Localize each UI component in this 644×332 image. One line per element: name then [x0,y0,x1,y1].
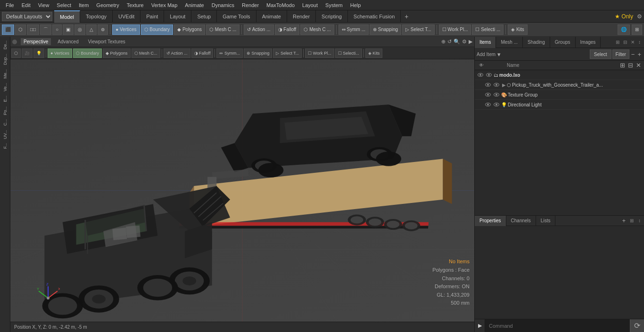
panel-resize-vert[interactable]: ↕ [637,40,642,45]
vp-play-btn[interactable]: ▶ [469,39,472,45]
items-select-btn[interactable]: Select [590,49,611,59]
sidebar-me[interactable]: Me... [2,67,8,81]
sidebar-c[interactable]: C... [2,117,8,128]
menu-texture[interactable]: Texture [123,1,148,9]
vp-tab-advanced[interactable]: Advanced [55,38,81,45]
vt-light-btn[interactable]: 💡 [33,49,44,58]
world-icon-btn[interactable]: 🌐 [618,24,630,35]
star-only-button[interactable]: ★ Only [613,12,635,21]
select-paint-btn[interactable]: ○ [52,24,62,35]
vp-zoom-btn[interactable]: 🔍 [454,39,460,45]
tab-add-button[interactable]: + [401,11,412,22]
menu-view[interactable]: View [34,1,53,9]
vt-falloff-btn[interactable]: ◑ Falloff [191,49,214,58]
vt-symm-btn[interactable]: ⇔ Symm... [216,49,243,58]
tab-uvedit[interactable]: UVEdit [113,10,140,23]
menu-system[interactable]: System [322,1,347,9]
symm-btn[interactable]: ⇔ Symm ... [339,24,369,35]
col-action-close[interactable]: ✕ [635,62,642,69]
vp-move-btn[interactable]: ⊕ [441,39,446,45]
sidebar-uv[interactable]: UV... [2,128,8,141]
tab-schematic-fusion[interactable]: Schematic Fusion [348,10,401,23]
items-expand-icon[interactable]: + [636,51,642,58]
maximize-btn[interactable]: ⊞ [632,24,642,35]
vt-action-btn[interactable]: ↺ Action ... [164,49,190,58]
prop-resize-expand[interactable]: ⊞ [628,218,635,223]
sidebar-de[interactable]: De... [2,39,8,51]
menu-maxtomodo[interactable]: MaxToModo [263,1,298,9]
panel-tab-groups[interactable]: Groups [550,37,576,48]
list-item[interactable]: 🎨 Texture Group [475,90,644,100]
eye-icon-light[interactable] [484,101,492,108]
mode-component-btn[interactable]: ⬡ [15,24,26,35]
sidebar-dup[interactable]: Dup... [2,52,8,67]
eye-icon-2-tex[interactable] [493,91,500,98]
panel-resize-collapse[interactable]: ⊟ [622,40,628,45]
tab-model[interactable]: Model [54,10,80,23]
menu-animate[interactable]: Animate [181,1,207,9]
command-arrow-btn[interactable]: ▶ [475,319,485,332]
arrow-icon[interactable]: ▶ [502,82,506,88]
vt-display-btn[interactable]: ⬡ [11,49,21,58]
list-item[interactable]: 🗂 modo.lxo [475,70,644,80]
sidebar-po[interactable]: Po... [2,105,8,117]
viewport-canvas[interactable]: No Items Polygons : Face Channels: 0 Def… [10,59,474,322]
menu-render[interactable]: Render [238,1,263,9]
vt-boundary-btn[interactable]: ⬡ Boundary [73,49,102,58]
tab-layout[interactable]: Layout [164,10,191,23]
items-collapse-icon[interactable]: − [630,51,636,58]
vt-kits-btn[interactable]: ◈ Kits [365,49,383,58]
vp-tab-textures[interactable]: Viewport Textures [85,38,128,45]
snapping-btn[interactable]: ⊕ Snapping [370,24,401,35]
menu-edit[interactable]: Edit [18,1,34,9]
panel-tab-items[interactable]: Items [475,37,496,48]
vt-snapping-btn[interactable]: ⊕ Snapping [244,49,272,58]
prop-tab-properties[interactable]: Properties [475,216,506,226]
sidebar-e[interactable]: E... [2,94,8,104]
mesh-c2-btn[interactable]: ⬡ Mesh C ... [300,24,334,35]
tab-scripting[interactable]: Scripting [316,10,348,23]
vp-tab-perspective[interactable]: Perspective [21,38,51,45]
select-path-btn[interactable]: △ [86,24,97,35]
menu-layout[interactable]: Layout [298,1,322,9]
vt-sel-btn[interactable]: ☐ Selecti... [335,49,362,58]
tab-render[interactable]: Render [287,10,316,23]
panel-close[interactable]: ✕ [629,40,636,45]
prop-resize-vert[interactable]: ↕ [637,218,642,223]
menu-dynamics[interactable]: Dynamics [208,1,238,9]
eye-icon-2-root[interactable] [485,71,493,79]
sidebar-f[interactable]: F... [2,141,8,151]
mode-item-btn[interactable]: ⬛ [2,24,14,35]
falloff-btn[interactable]: ◑ Falloff [275,24,300,35]
select-t-btn[interactable]: ▷ Select T... [402,24,435,35]
panel-tab-images[interactable]: Images [576,37,601,48]
action-btn[interactable]: ↺ Action ... [244,24,273,35]
vt-solid-btn[interactable]: ● Vertices [48,49,72,58]
menu-geometry[interactable]: Geometry [92,1,123,9]
list-item[interactable]: 💡 Directional Light [475,100,644,110]
tab-paint[interactable]: Paint [140,10,164,23]
tab-topology[interactable]: Topology [80,10,113,23]
select-lasso-btn[interactable]: ⌒ [40,24,51,35]
tab-game-tools[interactable]: Game Tools [217,10,256,23]
prop-add-icon[interactable]: + [621,217,627,224]
menu-item[interactable]: Item [75,1,92,9]
polygons-btn[interactable]: ◆ Polygons [174,24,205,35]
items-filter-btn[interactable]: Filter [612,49,629,59]
command-input[interactable] [485,319,630,332]
command-search-btn[interactable]: ⟳ [630,319,644,332]
eye-icon-2-mesh[interactable] [493,81,500,89]
panel-resize-expand[interactable]: ⊞ [614,40,621,45]
vt-mesh-btn[interactable]: ⬡ Mesh C... [132,49,160,58]
vt-select-btn[interactable]: ▷ Select T... [273,49,302,58]
tab-setup[interactable]: Setup [191,10,217,23]
vertices-btn[interactable]: ● Vertices [112,24,140,35]
boundary-btn[interactable]: ⬡ Boundary [141,24,173,35]
menu-file[interactable]: File [2,1,18,9]
select-all-btn[interactable]: □□ [27,24,39,35]
menu-vertex-map[interactable]: Vertex Map [148,1,182,9]
vt-cam-btn[interactable]: 🎥 [22,49,33,58]
select-circle-btn[interactable]: ◎ [74,24,85,35]
menu-select[interactable]: Select [53,1,75,9]
eye-icon-tex[interactable] [484,91,492,98]
